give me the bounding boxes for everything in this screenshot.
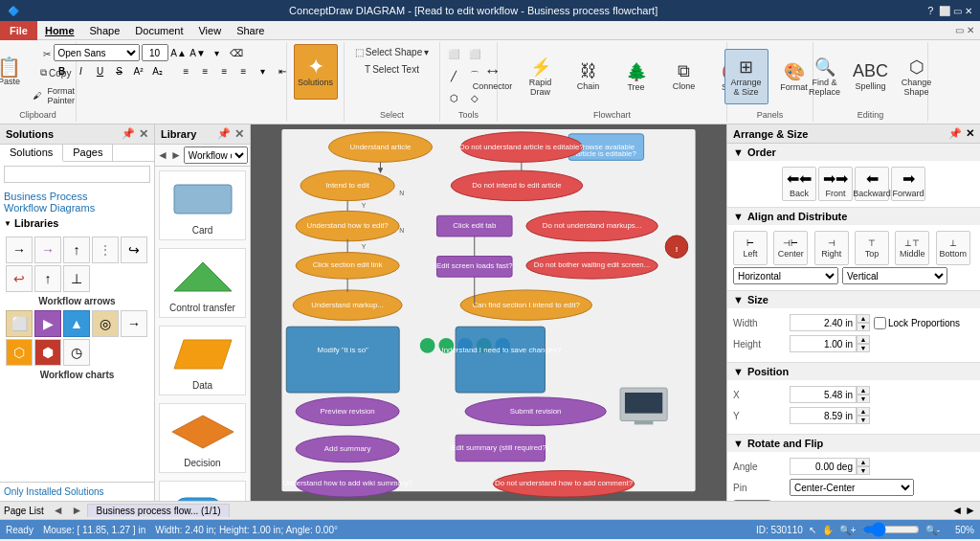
y-input[interactable] — [790, 407, 857, 424]
paste-button[interactable]: 📋 Paste — [0, 44, 27, 100]
font-family-select[interactable]: Open Sans — [54, 44, 140, 61]
x-input[interactable] — [790, 386, 857, 403]
height-spin-down[interactable]: ▼ — [857, 344, 870, 352]
tool-5[interactable]: ⬡ — [444, 88, 463, 107]
align-top-button[interactable]: ⊤ Top — [855, 231, 889, 265]
chain-button[interactable]: ⛓ Chain — [567, 49, 611, 104]
order-section-header[interactable]: ▼ Order — [727, 144, 980, 161]
angle-spin-down[interactable]: ▼ — [857, 466, 870, 475]
spelling-button[interactable]: ABC Spelling — [849, 49, 893, 104]
page-nav-back[interactable]: ◄ — [50, 504, 67, 517]
lib-shape-10[interactable]: ▶ — [34, 310, 61, 337]
vertical-align-select[interactable]: Vertical — [842, 267, 947, 284]
x-spin-down[interactable]: ▼ — [857, 394, 870, 403]
select-shape-button[interactable]: ⬚ Select Shape ▾ — [350, 44, 434, 60]
italic-button[interactable]: I — [73, 62, 90, 79]
backward-button[interactable]: ⬅ Backward — [855, 167, 889, 201]
lib-shape-3[interactable]: ↑ — [63, 237, 90, 263]
find-replace-button[interactable]: 🔍 Find & Replace — [803, 49, 847, 104]
x-spin-up[interactable]: ▲ — [857, 386, 870, 394]
solutions-search-input[interactable] — [4, 166, 150, 183]
canvas-area[interactable]: Browse available article is editable? Un… — [251, 124, 726, 501]
lib-shape-14[interactable]: ⬡ — [6, 339, 33, 366]
change-shape-button[interactable]: ⬡ Change Shape — [895, 49, 939, 104]
align-right[interactable]: ≡ — [216, 62, 234, 79]
arrange-close-icon[interactable]: ✕ — [966, 127, 974, 140]
angle-spin-up[interactable]: ▲ — [857, 458, 870, 466]
library-dropdown[interactable]: Workflow c... — [184, 147, 248, 164]
workflow-diagrams-link[interactable]: Workflow Diagrams — [4, 202, 95, 214]
lib-shape-1[interactable]: → — [6, 237, 33, 263]
subscript-btn[interactable]: A₂ — [149, 62, 167, 79]
clear-format[interactable]: ⌫ — [228, 44, 245, 61]
lib-shape-11[interactable]: ▲ — [63, 310, 90, 337]
lib-shape-9[interactable]: ⬜ — [6, 310, 33, 337]
rotate-section-header[interactable]: ▼ Rotate and Flip — [727, 435, 980, 452]
arrange-pin-icon[interactable]: 📌 — [948, 127, 962, 140]
forward-button[interactable]: ➡ Forward — [891, 167, 925, 201]
view-menu[interactable]: View — [190, 23, 229, 38]
scroll-right-arrow[interactable]: ► — [965, 504, 976, 517]
arrange-size-button[interactable]: ⊞ Arrange & Size — [724, 49, 768, 104]
solutions-close-icon[interactable]: ✕ — [139, 127, 148, 141]
lib-shape-7[interactable]: ↑ — [34, 265, 61, 292]
lib-shape-13[interactable]: → — [121, 310, 147, 337]
lib-shape-12[interactable]: ◎ — [92, 310, 119, 337]
y-spin-up[interactable]: ▲ — [857, 407, 870, 416]
document-menu[interactable]: Document — [127, 23, 190, 38]
width-input[interactable] — [790, 314, 857, 331]
file-menu-button[interactable]: File — [0, 21, 37, 40]
tool-3[interactable]: ╱ — [444, 66, 463, 85]
justify[interactable]: ≡ — [235, 62, 253, 79]
connector-button[interactable]: ↔ Connector — [471, 49, 515, 104]
align-center-button[interactable]: ⊣⊢ Center — [773, 231, 808, 265]
position-section-header[interactable]: ▼ Position — [727, 363, 980, 380]
lib-card-card[interactable]: Card — [159, 170, 246, 240]
shape-menu[interactable]: Shape — [82, 23, 128, 38]
lib-shape-5[interactable]: ↪ — [121, 237, 147, 263]
tab-pages[interactable]: Pages — [63, 145, 113, 161]
lib-shape-2[interactable]: → — [34, 237, 61, 263]
libraries-header[interactable]: ▼ Libraries — [4, 217, 150, 229]
lib-shape-15[interactable]: ⬢ — [34, 339, 61, 366]
lock-proportions-checkbox[interactable] — [874, 317, 886, 329]
biz-process-link[interactable]: Business Process — [4, 191, 87, 202]
zoom-in-icon[interactable]: 🔍+ — [839, 525, 857, 535]
width-spin-down[interactable]: ▼ — [857, 323, 870, 331]
solutions-button[interactable]: ✦ Solutions — [294, 44, 338, 100]
align-section-header[interactable]: ▼ Align and Distribute — [727, 208, 980, 225]
font-options[interactable]: ▾ — [209, 44, 226, 61]
lib-shape-16[interactable]: ◷ — [63, 339, 90, 366]
pin-select[interactable]: Center-Center — [790, 479, 914, 496]
zoom-out-icon[interactable]: 🔍- — [925, 525, 940, 535]
select-text-button[interactable]: T Select Text — [350, 61, 434, 78]
library-close-icon[interactable]: ✕ — [234, 127, 244, 141]
page-nav-forward[interactable]: ► — [69, 504, 86, 517]
help-btn[interactable]: ⬜ ▭ ✕ — [939, 6, 972, 16]
align-bottom-button[interactable]: ⊥ Bottom — [936, 231, 970, 265]
lib-shape-6[interactable]: ↩ — [6, 265, 33, 292]
more-align[interactable]: ▾ — [255, 62, 272, 79]
clone-button[interactable]: ⧉ Clone — [662, 49, 706, 104]
tree-button[interactable]: 🌲 Tree — [614, 49, 658, 104]
lib-card-decision[interactable]: Decision — [159, 403, 246, 473]
question-icon[interactable]: ? — [927, 5, 933, 16]
align-center[interactable]: ≡ — [197, 62, 214, 79]
align-left[interactable]: ≡ — [178, 62, 195, 79]
diagram-canvas[interactable]: Browse available article is editable? Un… — [251, 124, 726, 501]
tool-1[interactable]: ⬜ — [444, 44, 463, 63]
select-shape-dropdown[interactable]: ▾ — [424, 47, 429, 57]
home-menu[interactable]: Home — [37, 23, 82, 38]
align-right-button[interactable]: ⊣ Right — [814, 231, 849, 265]
y-spin-down[interactable]: ▼ — [857, 416, 870, 424]
lib-card-data[interactable]: Data — [159, 326, 246, 395]
size-section-header[interactable]: ▼ Size — [727, 291, 980, 308]
tab-solutions[interactable]: Solutions — [0, 145, 63, 162]
lib-nav-forward[interactable]: ► — [170, 148, 182, 162]
front-button[interactable]: ➡➡ Front — [818, 167, 853, 201]
angle-input[interactable] — [790, 458, 857, 475]
underline-button[interactable]: U — [92, 62, 109, 79]
font-size-up[interactable]: A▲ — [170, 44, 188, 61]
width-spin-up[interactable]: ▲ — [857, 314, 870, 323]
align-left-button[interactable]: ⊢ Left — [733, 231, 768, 265]
